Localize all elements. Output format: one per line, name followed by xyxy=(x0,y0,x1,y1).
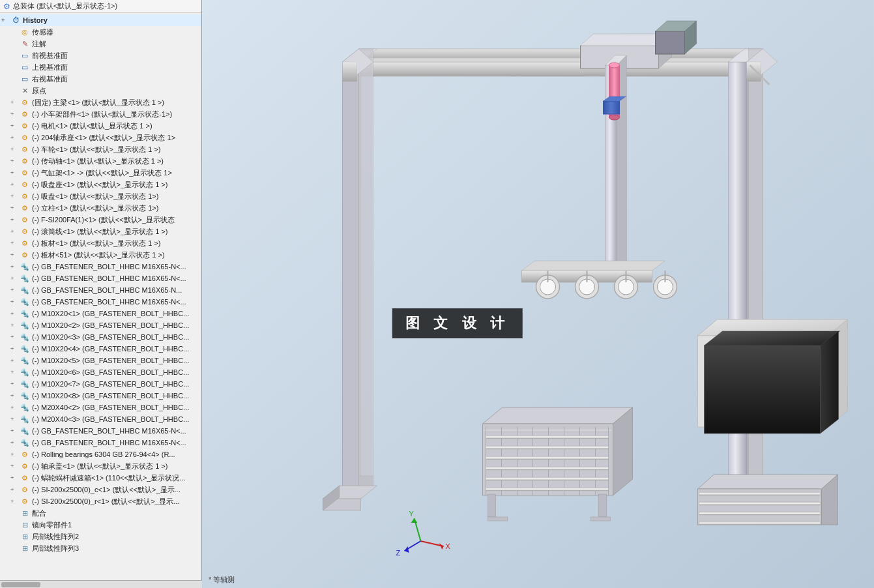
tree-item[interactable]: +⚙(-) 轴承盖<1> (默认<<默认>_显示状态 1 >) xyxy=(0,460,201,472)
svg-rect-4 xyxy=(359,49,763,58)
tree-item[interactable]: +🔩(-) M10X20<6> (GB_FASTENER_BOLT_HHBC..… xyxy=(0,366,201,378)
svg-rect-1 xyxy=(343,62,747,76)
tree-item-label: (固定) 主梁<1> (默认<默认_显示状态 1 >) xyxy=(32,96,164,108)
tree-item[interactable]: ✕原点 xyxy=(0,85,201,96)
expand-icon[interactable]: + xyxy=(10,179,20,190)
tree-item[interactable]: +⚙(-) 立柱<1> (默认<<默认>_显示状态 1>) xyxy=(0,202,201,214)
tree-item[interactable]: +🔩(-) GB_FASTENER_BOLT_HHBC M16X65-N<... xyxy=(0,425,201,437)
expand-icon[interactable]: + xyxy=(10,331,20,343)
expand-icon[interactable]: + xyxy=(10,366,20,378)
expand-icon[interactable]: + xyxy=(10,355,20,366)
tree-item[interactable]: +🔩(-) M10X20<7> (GB_FASTENER_BOLT_HHBC..… xyxy=(0,378,201,390)
tree-item[interactable]: +⚙(-) 滚筒线<1> (默认<<默认>_显示状态 1 >) xyxy=(0,226,201,237)
expand-icon[interactable]: + xyxy=(10,132,20,143)
horizontal-scrollbar[interactable] xyxy=(0,580,202,588)
tree-item[interactable]: +⚙(-) 车轮<1> (默认<<默认>_显示状态 1 >) xyxy=(0,143,201,155)
expand-icon[interactable]: + xyxy=(10,390,20,402)
tree-item[interactable]: ✎注解 xyxy=(0,38,201,50)
expand-icon[interactable]: + xyxy=(10,425,20,437)
tree-item[interactable]: ⊟镜向零部件1 xyxy=(0,519,201,531)
expand-icon[interactable]: + xyxy=(10,413,20,425)
tree-item[interactable]: +🔩(-) GB_FASTENER_BOLT_HHBC M16X65-N<... xyxy=(0,296,201,308)
tree-item-label: (-) 板材<1> (默认<<默认>_显示状态 1 >) xyxy=(32,237,160,249)
tree-item[interactable]: +🔩(-) GB_FASTENER_BOLT_HHBC M16X65-N... xyxy=(0,284,201,296)
tree-item[interactable]: ⊞局部线性阵列3 xyxy=(0,542,201,554)
expand-icon[interactable]: + xyxy=(10,484,20,495)
tree-item[interactable]: +🔩(-) M10X20<2> (GB_FASTENER_BOLT_HHBC..… xyxy=(0,319,201,331)
tree-item[interactable]: +⚙(-) 传动轴<1> (默认<默认>_显示状态 1 >) xyxy=(0,155,201,167)
tree-item[interactable]: +🔩(-) M10X20<3> (GB_FASTENER_BOLT_HHBC..… xyxy=(0,331,201,343)
tree-item[interactable]: ⊞局部线性阵列2 xyxy=(0,531,201,542)
tree-item-label: (-) M10X20<1> (GB_FASTENER_BOLT_HHBC... xyxy=(32,308,189,319)
svg-rect-82 xyxy=(705,345,821,434)
tree-item[interactable]: +⚙(-) SI-200x2500(0)_c<1> (默认<<默认>_显示... xyxy=(0,484,201,495)
tree-item[interactable]: +⚙(-) F-SI200FA(1)<1> (默认<<默认>_显示状态 xyxy=(0,214,201,226)
expand-icon[interactable]: + xyxy=(10,202,20,214)
expand-icon[interactable]: + xyxy=(10,167,20,179)
tree-item[interactable]: +🔩(-) M10X20<8> (GB_FASTENER_BOLT_HHBC..… xyxy=(0,390,201,402)
expand-icon[interactable]: + xyxy=(1,14,10,26)
tree-item[interactable]: ▭右视基准面 xyxy=(0,73,201,85)
tree-item[interactable]: +🔩(-) GB_FASTENER_BOLT_HHBC M16X65-N<... xyxy=(0,261,201,272)
expand-icon[interactable]: + xyxy=(10,402,20,413)
tree-item[interactable]: +⚙(-) 蜗轮蜗杆减速箱<1> (110<<默认>_显示状况... xyxy=(0,472,201,484)
3d-viewport[interactable]: X Y Z 图 文 设 计 * 等轴测 xyxy=(202,0,874,588)
feature-tree[interactable]: +⏱History◎传感器✎注解▭前视基准面▭上视基准面▭右视基准面✕原点+⚙(… xyxy=(0,13,201,588)
svg-rect-38 xyxy=(604,101,620,114)
expand-icon[interactable]: + xyxy=(10,96,20,108)
tree-item[interactable]: +⚙(-) 吸盘座<1> (默认<<默认>_显示状态 1 >) xyxy=(0,179,201,190)
svg-rect-11 xyxy=(359,49,373,479)
expand-icon[interactable]: + xyxy=(10,120,20,132)
tree-item-icon: ⚙ xyxy=(20,214,30,225)
expand-icon[interactable]: + xyxy=(10,448,20,460)
expand-icon[interactable]: + xyxy=(10,190,20,202)
expand-icon[interactable]: + xyxy=(10,296,20,308)
expand-icon[interactable]: + xyxy=(10,143,20,155)
expand-icon[interactable]: + xyxy=(10,319,20,331)
expand-icon[interactable]: + xyxy=(10,249,20,261)
expand-icon[interactable]: + xyxy=(10,495,20,507)
tree-item[interactable]: +⚙(-) 204轴承座<1> (默认<<默认>_显示状态 1> xyxy=(0,132,201,143)
tree-item[interactable]: +🔩(-) M10X20<4> (GB_FASTENER_BOLT_HHBC..… xyxy=(0,343,201,355)
tree-item[interactable]: ▭前视基准面 xyxy=(0,50,201,61)
expand-icon[interactable]: + xyxy=(10,472,20,484)
tree-item[interactable]: ◎传感器 xyxy=(0,26,201,38)
expand-icon[interactable]: + xyxy=(10,460,20,472)
scroll-thumb[interactable] xyxy=(1,582,40,587)
tree-item-label: (-) M10X20<3> (GB_FASTENER_BOLT_HHBC... xyxy=(32,331,189,343)
expand-icon[interactable]: + xyxy=(10,108,20,120)
tree-item[interactable]: +🔩(-) M10X20<1> (GB_FASTENER_BOLT_HHBC..… xyxy=(0,308,201,319)
expand-icon[interactable]: + xyxy=(10,343,20,355)
expand-icon[interactable]: + xyxy=(10,378,20,390)
tree-item[interactable]: +🔩(-) M20X40<3> (GB_FASTENER_BOLT_HHBC..… xyxy=(0,413,201,425)
tree-item[interactable]: +🔩(-) GB_FASTENER_BOLT_HHBC M16X65-N<... xyxy=(0,272,201,284)
tree-item-label: (-) 立柱<1> (默认<<默认>_显示状态 1>) xyxy=(32,202,158,214)
tree-item[interactable]: +🔩(-) GB_FASTENER_BOLT_HHBC M16X65-N<... xyxy=(0,437,201,448)
expand-icon[interactable]: + xyxy=(10,155,20,167)
tree-item[interactable]: +⏱History xyxy=(0,14,201,26)
svg-marker-41 xyxy=(522,261,665,271)
expand-icon[interactable]: + xyxy=(10,284,20,296)
tree-item[interactable]: +⚙(固定) 主梁<1> (默认<默认_显示状态 1 >) xyxy=(0,96,201,108)
tree-item[interactable]: +⚙(-) SI-200x2500(0)_r<1> (默认<<默认>_显示... xyxy=(0,495,201,507)
tree-item[interactable]: +⚙(-) 板材<51> (默认<<默认>_显示状态 1 >) xyxy=(0,249,201,261)
tree-item[interactable]: +⚙(-) 板材<1> (默认<<默认>_显示状态 1 >) xyxy=(0,237,201,249)
tree-item[interactable]: +⚙(-) 气缸架<1> -> (默认<<默认>_显示状态 1> xyxy=(0,167,201,179)
expand-icon[interactable]: + xyxy=(10,272,20,284)
tree-item[interactable]: +⚙(-) 吸盘<1> (默认<<默认>_显示状态 1>) xyxy=(0,190,201,202)
tree-item[interactable]: +🔩(-) M10X20<5> (GB_FASTENER_BOLT_HHBC..… xyxy=(0,355,201,366)
expand-icon[interactable]: + xyxy=(10,308,20,319)
expand-icon[interactable]: + xyxy=(10,261,20,272)
tree-item[interactable]: ⊞配合 xyxy=(0,507,201,519)
expand-icon[interactable]: + xyxy=(10,226,20,237)
tree-item[interactable]: +⚙(-) Rolling bearings 6304 GB 276-94<4>… xyxy=(0,448,201,460)
tree-item-label: (-) 传动轴<1> (默认<默认>_显示状态 1 >) xyxy=(32,155,164,167)
expand-icon[interactable]: + xyxy=(10,237,20,249)
expand-icon[interactable]: + xyxy=(10,437,20,448)
tree-item[interactable]: +🔩(-) M20X40<2> (GB_FASTENER_BOLT_HHBC..… xyxy=(0,402,201,413)
tree-item[interactable]: +⚙(-) 小车架部件<1> (默认<默认_显示状态-1>) xyxy=(0,108,201,120)
tree-item[interactable]: ▭上视基准面 xyxy=(0,61,201,73)
svg-rect-75 xyxy=(599,494,607,517)
tree-item[interactable]: +⚙(-) 电机<1> (默认<默认_显示状态 1 >) xyxy=(0,120,201,132)
expand-icon[interactable]: + xyxy=(10,214,20,226)
